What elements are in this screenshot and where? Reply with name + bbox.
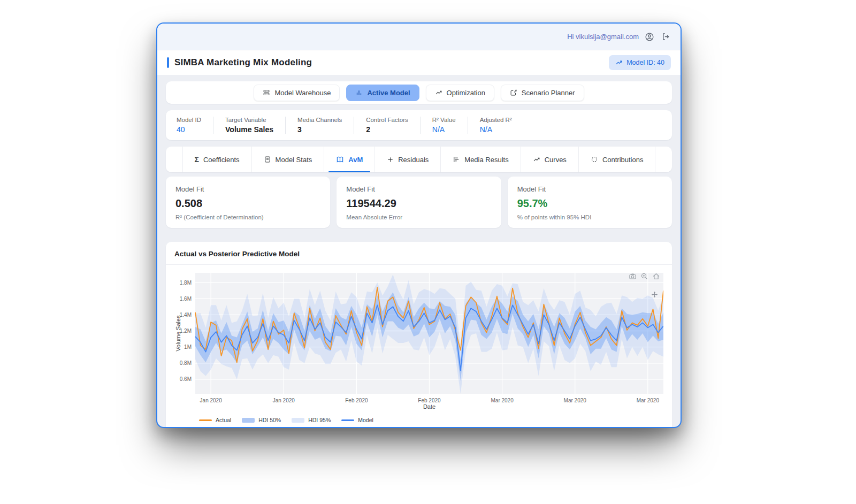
subtab-model-stats[interactable]: Model Stats xyxy=(252,147,325,172)
home-icon[interactable] xyxy=(652,272,660,280)
stat-control-factors: Control Factors 2 xyxy=(366,117,421,134)
stat-value: N/A xyxy=(432,125,456,134)
model-id-badge-label: Model ID: 40 xyxy=(626,59,664,66)
book-icon xyxy=(336,156,344,164)
chart-modebar xyxy=(629,272,660,280)
legend-item-actual[interactable]: Actual xyxy=(199,417,231,423)
fit-card-r2: Model Fit 0.508 R² (Coefficient of Deter… xyxy=(166,177,330,228)
chart-title: Actual vs Posterior Predictive Model xyxy=(174,250,300,258)
stat-r2-value: R² Value N/A xyxy=(432,117,468,134)
stat-label: Target Variable xyxy=(225,117,273,123)
stat-label: Adjusted R² xyxy=(480,117,512,123)
user-circle-icon[interactable] xyxy=(644,32,655,42)
subtab-coefficients[interactable]: Σ Coefficients xyxy=(182,147,252,172)
model-id-badge[interactable]: Model ID: 40 xyxy=(609,55,671,70)
nav-tab-active-model[interactable]: Active Model xyxy=(346,85,419,101)
subtab-label: Model Stats xyxy=(276,156,312,164)
bar-chart-icon xyxy=(355,89,363,96)
nav-tab-label: Active Model xyxy=(367,89,410,97)
logout-icon[interactable] xyxy=(660,32,671,42)
nav-tab-label: Scenario Planner xyxy=(522,89,575,97)
x-tick-label: Feb 2020 xyxy=(345,398,368,403)
zoom-in-icon[interactable] xyxy=(640,272,648,280)
stat-adjusted-r2: Adjusted R² N/A xyxy=(480,117,524,134)
legend-swatch xyxy=(341,419,354,421)
subtab-label: Contributions xyxy=(602,156,644,164)
edit-square-icon xyxy=(510,89,517,96)
legend-label: HDI 95% xyxy=(308,417,331,423)
subtab-label: Curves xyxy=(545,156,567,164)
stat-model-id: Model ID 40 xyxy=(177,117,213,134)
model-info-strip: Model ID 40 Target Variable Volume Sales… xyxy=(166,110,672,140)
page-title: SIMBA Marketing Mix Modeling xyxy=(174,57,609,68)
fit-card-hdi-coverage: Model Fit 95.7% % of points within 95% H… xyxy=(508,177,672,228)
x-tick-label: Jan 2020 xyxy=(200,398,223,403)
page-background: Hi vikulsija@gmail.com SIMBA Marketing M… xyxy=(0,0,856,504)
stat-label: Model ID xyxy=(177,117,201,123)
x-tick-label: Mar 2020 xyxy=(637,398,660,403)
stat-label: Media Channels xyxy=(297,117,342,123)
x-axis-title: Date xyxy=(423,403,435,410)
chart-legend: ActualHDI 50%HDI 95%Model xyxy=(174,415,663,428)
subtab-media-results[interactable]: Media Results xyxy=(441,147,521,172)
title-bar: SIMBA Marketing Mix Modeling Model ID: 4… xyxy=(157,50,681,75)
horizontal-bars-icon xyxy=(453,156,460,163)
stat-label: R² Value xyxy=(432,117,456,123)
chart-body[interactable]: 0.6M0.8M1M1.2M1.4M1.6M1.8MJan 2020Jan 20… xyxy=(166,265,672,428)
legend-swatch xyxy=(292,418,304,423)
top-bar: Hi vikulsija@gmail.com xyxy=(157,24,681,50)
stat-media-channels: Media Channels 3 xyxy=(297,117,354,134)
subtab-avm[interactable]: AvM xyxy=(324,147,375,172)
stat-value: 2 xyxy=(366,125,408,134)
fit-card-subtitle: % of points within 95% HDI xyxy=(517,214,662,220)
y-axis-title: Volume Sales xyxy=(175,315,181,352)
y-tick-label: 0.8M xyxy=(180,360,192,366)
avm-plot[interactable]: 0.6M0.8M1M1.2M1.4M1.6M1.8MJan 2020Jan 20… xyxy=(174,269,663,415)
subtab-contributions[interactable]: Contributions xyxy=(579,147,656,172)
trend-up-icon xyxy=(435,89,442,96)
user-greeting: Hi vikulsija@gmail.com xyxy=(567,33,639,41)
subtab-curves[interactable]: Curves xyxy=(521,147,579,172)
stat-value: N/A xyxy=(480,125,512,134)
nav-tab-model-warehouse[interactable]: Model Warehouse xyxy=(254,85,340,101)
x-tick-label: Mar 2020 xyxy=(564,398,587,403)
legend-item-hdi-50-[interactable]: HDI 50% xyxy=(242,417,281,423)
fit-card-title: Model Fit xyxy=(175,185,320,193)
subtab-residuals[interactable]: Residuals xyxy=(375,147,441,172)
subtab-label: Coefficients xyxy=(203,156,240,164)
move-crosshair-icon xyxy=(651,291,658,297)
y-tick-label: 1.8M xyxy=(180,280,192,286)
stat-value: 40 xyxy=(177,125,201,134)
chart-title-row: Actual vs Posterior Predictive Model xyxy=(166,242,672,265)
y-tick-label: 1.2M xyxy=(180,328,192,334)
database-icon xyxy=(263,89,270,96)
y-tick-label: 1.4M xyxy=(180,312,192,318)
x-tick-label: Jan 2020 xyxy=(273,398,295,403)
sigma-icon: Σ xyxy=(195,155,199,164)
nav-tab-optimization[interactable]: Optimization xyxy=(426,85,494,101)
x-tick-label: Feb 2020 xyxy=(418,398,441,403)
camera-icon[interactable] xyxy=(629,272,637,280)
nav-tab-label: Model Warehouse xyxy=(274,89,331,97)
subtab-label: AvM xyxy=(348,156,363,164)
legend-item-hdi-95-[interactable]: HDI 95% xyxy=(292,417,331,423)
fit-card-subtitle: Mean Absolute Error xyxy=(346,214,491,220)
app-window: Hi vikulsija@gmail.com SIMBA Marketing M… xyxy=(156,22,682,428)
nav-tab-label: Optimization xyxy=(447,89,485,97)
fit-card-mae: Model Fit 119544.29 Mean Absolute Error xyxy=(337,177,501,228)
y-tick-label: 0.6M xyxy=(180,376,192,382)
subtab-label: Residuals xyxy=(398,156,429,164)
legend-label: HDI 50% xyxy=(258,417,281,423)
nav-tab-scenario-planner[interactable]: Scenario Planner xyxy=(501,85,584,101)
avm-chart-card: Actual vs Posterior Predictive Model xyxy=(166,242,672,428)
legend-swatch xyxy=(199,419,212,421)
subtab-label: Media Results xyxy=(464,156,508,164)
title-accent-bar xyxy=(167,57,169,68)
stat-target-variable: Target Variable Volume Sales xyxy=(225,117,286,134)
fit-card-subtitle: R² (Coefficient of Determination) xyxy=(175,214,320,220)
dashed-circle-icon xyxy=(591,156,598,163)
legend-item-model[interactable]: Model xyxy=(341,417,373,423)
sub-nav: Σ Coefficients Model Stats AvM xyxy=(166,147,672,172)
fit-metrics-row: Model Fit 0.508 R² (Coefficient of Deter… xyxy=(166,177,672,228)
y-tick-label: 1M xyxy=(184,344,192,350)
